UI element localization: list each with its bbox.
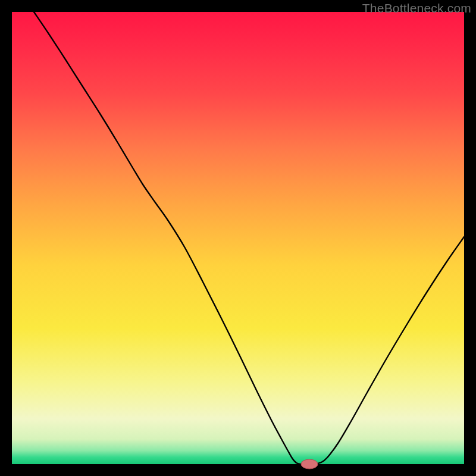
watermark-text: TheBottleneck.com	[362, 1, 471, 15]
plot-area	[12, 12, 464, 464]
bottleneck-chart	[0, 0, 476, 476]
optimal-point-marker	[301, 459, 318, 469]
chart-container: TheBottleneck.com	[0, 0, 476, 476]
